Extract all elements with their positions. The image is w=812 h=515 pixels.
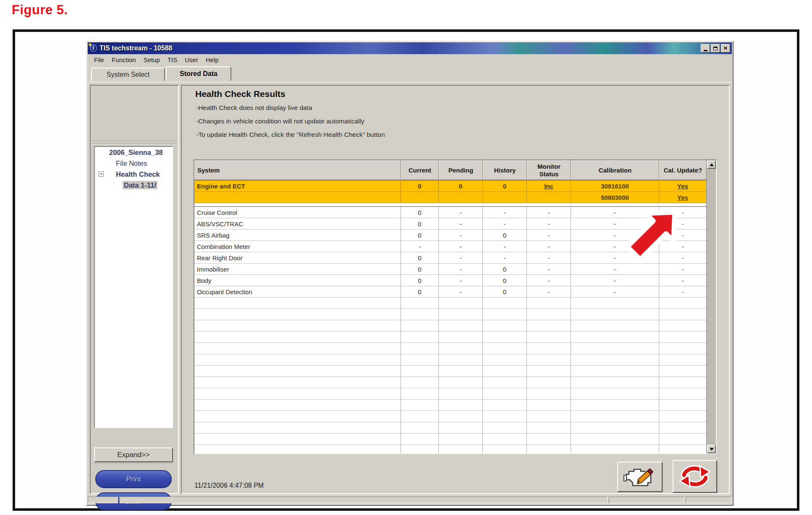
table-cell bbox=[659, 366, 706, 377]
table-row[interactable]: Body0-0--- bbox=[194, 275, 706, 286]
table-cell: - bbox=[439, 275, 483, 286]
table-cell: - bbox=[527, 241, 571, 252]
print-button[interactable]: Print bbox=[95, 470, 172, 488]
table-row[interactable]: 50803000Yes bbox=[194, 192, 706, 203]
table-cell: 0 bbox=[401, 252, 439, 264]
table-cell bbox=[401, 320, 439, 332]
column-header-current[interactable]: Current bbox=[401, 160, 439, 180]
tree-item-label: Data 1-11/ bbox=[123, 181, 157, 189]
table-cell: - bbox=[527, 252, 571, 264]
tree-item-2006-sienna-38[interactable]: 2006_Sienna_38 bbox=[95, 147, 172, 158]
table-cell bbox=[194, 422, 401, 434]
menu-item-setup[interactable]: Setup bbox=[140, 55, 164, 64]
table-cell bbox=[401, 388, 439, 400]
table-cell: Engine and ECT bbox=[194, 180, 401, 192]
empty-table-row bbox=[194, 400, 706, 411]
tab-bar: System SelectStored Data bbox=[88, 65, 732, 82]
table-cell: 0 bbox=[483, 275, 527, 286]
table-cell bbox=[439, 388, 483, 400]
empty-table-row bbox=[194, 445, 706, 453]
tree-item-data-1-11-[interactable]: Data 1-11/ bbox=[95, 180, 172, 191]
table-cell: 0 bbox=[401, 275, 439, 286]
table-cell bbox=[194, 411, 401, 422]
customize-health-check-button[interactable] bbox=[617, 462, 663, 492]
column-header-monitor-status[interactable]: Monitor Status bbox=[527, 160, 571, 180]
window-title: TIS techstream - 10588 bbox=[100, 44, 700, 52]
column-header-cal-update-[interactable]: Cal. Update? bbox=[659, 160, 706, 180]
table-row[interactable]: Rear Right Door0----- bbox=[194, 252, 706, 264]
table-cell bbox=[659, 434, 706, 445]
close-button[interactable]: ✕ bbox=[721, 44, 730, 52]
collapse-toggle-icon[interactable]: − bbox=[98, 171, 104, 177]
menu-item-help[interactable]: Help bbox=[202, 55, 223, 64]
table-cell bbox=[194, 298, 401, 309]
table-cell bbox=[401, 309, 439, 320]
column-header-calibration[interactable]: Calibration bbox=[571, 160, 659, 180]
table-cell bbox=[483, 192, 527, 203]
table-row[interactable]: Cruise Control0----- bbox=[194, 207, 706, 218]
empty-table-row bbox=[194, 377, 706, 388]
scroll-down-button[interactable] bbox=[707, 445, 716, 453]
table-cell bbox=[194, 309, 401, 320]
maximize-icon bbox=[713, 47, 718, 50]
expand-button[interactable]: Expand>> bbox=[94, 447, 173, 462]
table-row[interactable]: Combination Meter------ bbox=[194, 241, 706, 252]
table-cell bbox=[527, 422, 571, 434]
table-cell: Occupant Detection bbox=[194, 286, 401, 298]
table-cell bbox=[571, 298, 659, 309]
minimize-button[interactable] bbox=[701, 44, 710, 52]
menu-item-function[interactable]: Function bbox=[108, 55, 140, 64]
arrow-down-icon bbox=[710, 448, 714, 451]
tab-stored-data[interactable]: Stored Data bbox=[166, 66, 231, 81]
tab-system-select[interactable]: System Select bbox=[91, 68, 165, 81]
cell-link-yes[interactable]: Yes bbox=[659, 192, 706, 203]
table-cell: 0 bbox=[401, 218, 439, 230]
menu-item-file[interactable]: File bbox=[90, 55, 108, 64]
table-cell bbox=[483, 400, 527, 411]
table-cell bbox=[439, 298, 483, 309]
health-check-panel: Health Check Results -Health Check does … bbox=[181, 85, 730, 494]
table-cell: 0 bbox=[483, 286, 527, 298]
menu-item-tis[interactable]: TIS bbox=[164, 55, 181, 64]
table-cell bbox=[527, 445, 571, 453]
cell-link-inc[interactable]: Inc bbox=[527, 180, 571, 192]
vertical-scrollbar[interactable] bbox=[706, 160, 716, 453]
table-cell bbox=[194, 445, 401, 453]
table-cell bbox=[527, 411, 571, 422]
table-header-row: SystemCurrentPendingHistoryMonitor Statu… bbox=[194, 160, 706, 180]
table-cell bbox=[401, 411, 439, 422]
tree-item-health-check[interactable]: −Health Check bbox=[95, 169, 172, 180]
table-cell: - bbox=[483, 252, 527, 264]
table-cell: - bbox=[439, 207, 483, 218]
status-segment bbox=[609, 497, 684, 503]
cell-link-yes[interactable]: Yes bbox=[659, 180, 706, 192]
table-cell: - bbox=[439, 252, 483, 264]
table-cell: Immobiliser bbox=[194, 264, 401, 275]
table-cell bbox=[401, 434, 439, 445]
status-segment bbox=[88, 497, 118, 503]
menu-item-user[interactable]: User bbox=[181, 55, 202, 64]
table-row[interactable]: Engine and ECT000Inc30816100Yes bbox=[194, 180, 706, 192]
table-row[interactable]: Occupant Detection0-0--- bbox=[194, 286, 706, 298]
table-cell bbox=[571, 434, 659, 445]
scroll-up-button[interactable] bbox=[707, 160, 716, 169]
column-header-pending[interactable]: Pending bbox=[439, 160, 483, 180]
table-cell bbox=[401, 377, 439, 388]
table-cell bbox=[659, 445, 706, 453]
tree-item-file-notes[interactable]: File Notes bbox=[95, 158, 172, 169]
column-header-history[interactable]: History bbox=[483, 160, 527, 180]
refresh-health-check-button[interactable] bbox=[673, 460, 717, 493]
table-cell: Combination Meter bbox=[194, 241, 401, 252]
table-row[interactable]: Immobiliser0-0--- bbox=[194, 264, 706, 275]
table-cell: 0 bbox=[401, 286, 439, 298]
maximize-button[interactable] bbox=[711, 44, 720, 52]
column-header-system[interactable]: System bbox=[194, 160, 401, 180]
table-row[interactable]: ABS/VSC/TRAC0----- bbox=[194, 218, 706, 230]
table-cell: Rear Right Door bbox=[194, 252, 401, 264]
table-row[interactable]: SRS Airbag0-0--- bbox=[194, 230, 706, 241]
table-cell: - bbox=[571, 252, 659, 264]
results-table: SystemCurrentPendingHistoryMonitor Statu… bbox=[194, 159, 717, 454]
page-title: Health Check Results bbox=[195, 89, 286, 99]
table-cell bbox=[194, 332, 401, 343]
arrow-up-icon bbox=[710, 163, 714, 166]
